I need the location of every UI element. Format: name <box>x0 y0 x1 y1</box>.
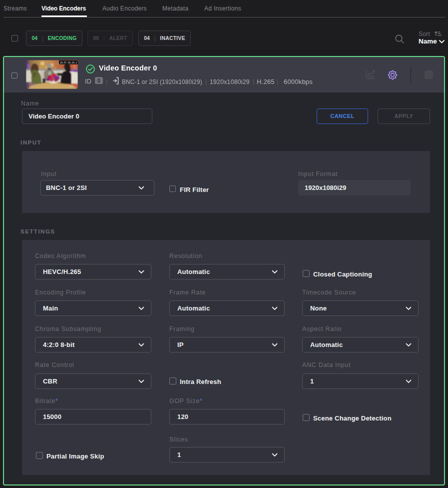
svg-text:style: style <box>69 84 74 88</box>
svg-text:20:57:36.04.2: 20:57:36.04.2 <box>60 61 78 64</box>
svg-text:ƕℓ: ƕℓ <box>29 82 35 87</box>
